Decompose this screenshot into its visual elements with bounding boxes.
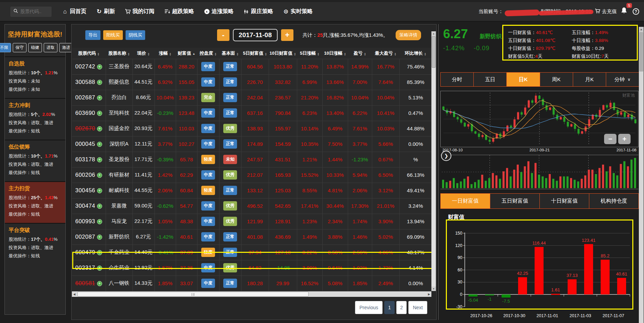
- column-header-10日财富值[interactable]: 10日财富值▲▼: [269, 48, 297, 59]
- wtab-五日财富值[interactable]: 五日财富值: [490, 193, 540, 209]
- table-row-002087[interactable]: 002087+新野纺织6.27元-1.42%40.61中度正常401.08436…: [72, 229, 432, 245]
- column-header-盈亏[interactable]: 盈亏▲▼: [348, 48, 372, 59]
- table-row-600993[interactable]: 600993+马应龙22.17元1.05%48.38中度优秀121.99128.…: [72, 214, 432, 229]
- filter-button-保守[interactable]: 保守: [13, 43, 26, 52]
- nav-item-kline[interactable]: 跟庄策略: [238, 5, 278, 19]
- add-stock-icon[interactable]: +: [97, 95, 102, 100]
- scrollbar-thumb[interactable]: [77, 292, 309, 297]
- filter-button-不限[interactable]: 不限: [0, 43, 11, 52]
- date-value[interactable]: 2017-11-08: [233, 29, 278, 41]
- add-stock-icon[interactable]: +: [97, 142, 102, 147]
- add-stock-icon[interactable]: +: [97, 173, 102, 178]
- column-header-股票名称[interactable]: 股票名称▲▼: [106, 48, 132, 59]
- column-header-基本面[interactable]: 基本面▲▼: [219, 48, 241, 59]
- add-stock-icon[interactable]: +: [97, 219, 102, 224]
- table-row-600581[interactable]: 600581+八一钢铁14.33元1.85%33.07中度正常180.2829.…: [72, 276, 432, 291]
- column-header-股票代码[interactable]: 股票代码▲▼: [72, 48, 106, 59]
- help-icon[interactable]: ?: [633, 8, 639, 15]
- ktab-五日[interactable]: 五日: [474, 72, 507, 87]
- search-input[interactable]: [20, 9, 48, 14]
- nav-item-target[interactable]: ⊙实时策略: [278, 5, 318, 19]
- kline-chart[interactable]: 财富池 − +: [440, 91, 638, 147]
- add-stock-icon[interactable]: +: [97, 80, 102, 85]
- filter-button-稳健[interactable]: 稳健: [28, 43, 42, 52]
- column-header-最大盈亏[interactable]: 最大盈亏▲▼: [372, 48, 399, 59]
- scrollbar-thumb[interactable]: [639, 32, 643, 72]
- zoom-in-button[interactable]: +: [618, 134, 631, 144]
- table-row-002670[interactable]: 002670+国盛金控20.93元7.61%110.03中度优秀138.9315…: [72, 121, 432, 136]
- add-stock-icon[interactable]: +: [97, 250, 102, 255]
- notification-bell[interactable]: 5: [620, 7, 629, 17]
- table-row-002687[interactable]: 002687+乔治白8.66元10.04%139.23完全正常242.04236…: [72, 90, 432, 105]
- add-stock-icon[interactable]: +: [97, 266, 102, 271]
- column-header-5日财富值[interactable]: 5日财富值▲▼: [241, 48, 269, 59]
- page-scrollbar[interactable]: ▲: [639, 27, 644, 323]
- stock-search-box[interactable]: [10, 7, 52, 17]
- add-stock-icon[interactable]: +: [97, 204, 102, 209]
- table-row-600479[interactable]: 600479+千金药业14.40元-0.41%37.89轻度正常37.94127…: [72, 245, 432, 260]
- sidebar-section-主力冲刺[interactable]: 主力冲刺股池统计：5个、2.02%投资风格：进取、激进最优操作：短线: [5, 98, 65, 140]
- wtab-一日财富值[interactable]: 一日财富值: [440, 193, 490, 209]
- sidebar-section-平台突破[interactable]: 平台突破股池统计：17个、0.41%投资风格：进取、激进最优操作：短线: [5, 223, 65, 265]
- table-row-603178[interactable]: 603178+圣龙股份17.71元-0.39%65.78轻度未知247.5743…: [72, 152, 432, 167]
- nav-item-up-circle[interactable]: ▲追涨策略: [199, 5, 238, 19]
- export-button[interactable]: 导出: [85, 30, 100, 40]
- table-horizontal-scrollbar[interactable]: ◀ ▶: [72, 291, 431, 297]
- column-header-涨幅[interactable]: 涨幅▲▼: [154, 48, 176, 59]
- add-stock-icon[interactable]: +: [97, 111, 102, 116]
- ktab-分时[interactable]: 分时: [440, 72, 474, 87]
- add-stock-icon[interactable]: +: [97, 281, 102, 286]
- table-row-300474[interactable]: 300474+景嘉微59.00元-0.62%54.77中度优秀496.52542…: [72, 198, 432, 214]
- filter-button-激进[interactable]: 激进: [59, 43, 73, 52]
- table-row-002317[interactable]: 002317+众生药业12.92元1.57%37.35中度优秀64.82-14.…: [72, 260, 432, 276]
- nav-item-cart[interactable]: 我的订阅: [120, 5, 159, 19]
- column-header-5日涨幅[interactable]: 5日涨幅▲▼: [297, 48, 322, 59]
- scroll-right-arrow[interactable]: ▶: [427, 291, 431, 297]
- add-stock-icon[interactable]: +: [97, 235, 102, 240]
- table-row-000045[interactable]: 000045+深纺织A12.11元3.77%102.27中度正常174.8915…: [72, 136, 432, 152]
- table-row-600206[interactable]: 600206+有研新材11.41元1.42%62.29中度优秀212.07165…: [72, 167, 432, 183]
- next-page-button[interactable]: Next: [408, 301, 427, 314]
- nav-item-sort[interactable]: 超跌策略: [159, 5, 199, 19]
- column-header-现价[interactable]: 现价▲▼: [132, 48, 154, 59]
- column-header-10日涨幅[interactable]: 10日涨幅▲▼: [322, 48, 348, 59]
- expand-chart-button[interactable]: ❯: [441, 151, 451, 161]
- wtab-十日财富值[interactable]: 十日财富值: [540, 193, 589, 209]
- wtab-机构持仓度[interactable]: 机构持仓度: [589, 193, 639, 209]
- page-button-1[interactable]: 1: [384, 301, 395, 314]
- scroll-up-arrow[interactable]: ▲: [639, 27, 644, 32]
- sidebar-section-自选股[interactable]: 自选股股池统计：10个、1.21%投资风格：未知最优操作：未知: [5, 56, 65, 98]
- strategy-detail-button[interactable]: 策略详情: [396, 30, 421, 40]
- table-row-603690[interactable]: 603690+至纯科技22.04元-0.23%123.48中度正常637.167…: [72, 105, 432, 121]
- previous-page-button[interactable]: Previous: [355, 301, 383, 314]
- nav-item-home[interactable]: ⌂回首页: [57, 5, 91, 19]
- scroll-down-arrow[interactable]: ▼: [431, 287, 436, 291]
- scroll-up-arrow[interactable]: ▲: [431, 31, 436, 36]
- table-row-002742[interactable]: 002742+三圣股份20.64元6.45%288.20中度正常604.5610…: [72, 59, 432, 74]
- table-row-300456[interactable]: 300456+耐威科技44.55元2.06%60.84轻度正常133.12125…: [72, 183, 432, 198]
- ktab-月K[interactable]: 月K: [573, 72, 606, 87]
- scrollbar-thumb[interactable]: [432, 36, 436, 68]
- nav-item-refresh[interactable]: ↻刷新: [91, 5, 120, 19]
- add-stock-icon[interactable]: +: [97, 157, 102, 162]
- recharge-button[interactable]: 去充值: [595, 8, 617, 15]
- column-header-控盘度[interactable]: 控盘度▲▼: [197, 48, 219, 59]
- ktab-周K[interactable]: 周K: [540, 72, 573, 87]
- date-minus-button[interactable]: -: [217, 29, 229, 41]
- ktab-日K[interactable]: 日K: [507, 72, 540, 87]
- sidebar-section-低位锁筹[interactable]: 低位锁筹股池统计：10个、1.71%投资风格：进取、激进最优操作：短线: [5, 140, 65, 181]
- add-stock-icon[interactable]: +: [97, 188, 102, 193]
- filter-button-进取[interactable]: 进取: [44, 43, 57, 52]
- add-stock-icon[interactable]: +: [97, 126, 102, 131]
- column-header-财富值[interactable]: 财富值▲: [176, 48, 197, 59]
- zoom-out-button[interactable]: −: [604, 134, 616, 144]
- column-header-环比增长[interactable]: 环比增长▲▼: [399, 48, 432, 59]
- volume-chart[interactable]: [440, 155, 638, 189]
- sidebar-section-主力扫货[interactable]: 主力扫货股池统计：25个、1.43%投资风格：进取、激进最优操作：短线: [5, 181, 65, 223]
- page-button-2[interactable]: 2: [396, 301, 407, 314]
- scroll-left-arrow[interactable]: ◀: [72, 291, 77, 297]
- table-row-300588[interactable]: 300588+熙菱信息44.51元6.92%155.05中度正常226.7033…: [72, 74, 432, 90]
- add-stock-icon[interactable]: +: [97, 64, 102, 69]
- date-plus-button[interactable]: +: [281, 29, 293, 41]
- ktab-分钟[interactable]: 分钟∨: [606, 72, 639, 87]
